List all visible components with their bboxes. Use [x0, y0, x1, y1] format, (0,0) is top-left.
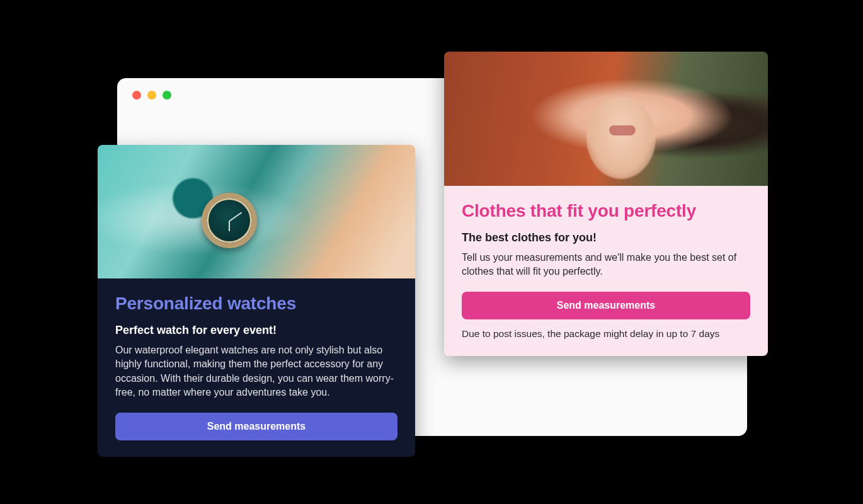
- clothes-hero-image: [444, 52, 768, 186]
- clothes-card-description: Tell us your measurements and we'll make…: [462, 251, 750, 279]
- send-measurements-button[interactable]: Send measurements: [462, 292, 750, 319]
- watch-face-image: [202, 193, 257, 248]
- window-traffic-lights: [132, 91, 171, 100]
- clothes-card-footnote: Due to post issues, the package might de…: [462, 328, 750, 340]
- clothes-card-subtitle: The best clothes for you!: [462, 231, 750, 244]
- clothes-card-body: Clothes that fit you perfectly The best …: [444, 186, 768, 356]
- watch-hero-image: [98, 145, 415, 278]
- clothes-card: Clothes that fit you perfectly The best …: [444, 52, 768, 356]
- close-window-icon[interactable]: [132, 91, 141, 100]
- watch-card-title: Personalized watches: [115, 294, 397, 314]
- watch-card-subtitle: Perfect watch for every event!: [115, 324, 397, 337]
- watch-card-description: Our waterproof elegant watches are not o…: [115, 343, 397, 400]
- clothes-card-title: Clothes that fit you perfectly: [462, 201, 750, 221]
- watch-card-body: Personalized watches Perfect watch for e…: [98, 278, 415, 457]
- watch-card: Personalized watches Perfect watch for e…: [98, 145, 415, 457]
- person-face-detail: [609, 125, 636, 135]
- minimize-window-icon[interactable]: [147, 91, 156, 100]
- send-measurements-button[interactable]: Send measurements: [115, 413, 397, 440]
- maximize-window-icon[interactable]: [163, 91, 171, 100]
- person-face-image: [586, 97, 656, 179]
